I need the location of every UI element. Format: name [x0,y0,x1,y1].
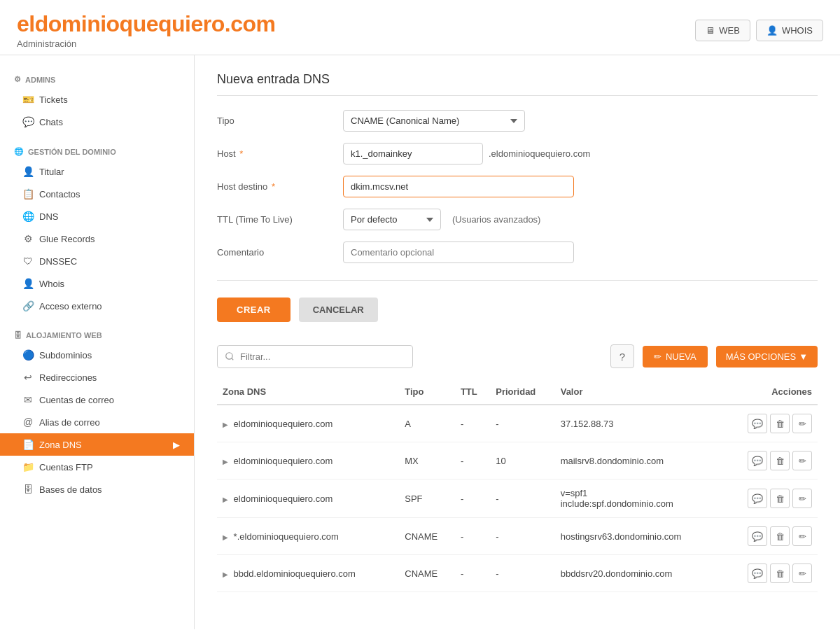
edit-action-button[interactable]: ✏ [792,526,812,546]
cell-ttl: - [455,518,490,555]
sidebar-item-whois[interactable]: 👤 Whois [0,272,194,295]
sidebar-item-label: Subdominios [39,350,92,360]
gestion-section-icon: 🌐 [14,147,24,156]
tickets-icon: 🎫 [22,94,34,105]
cell-tipo: SPF [399,479,455,518]
bases-datos-icon: 🗄 [22,484,34,495]
glue-records-icon: ⚙ [22,233,34,244]
sidebar-item-tickets[interactable]: 🎫 Tickets [0,88,194,111]
cancelar-button[interactable]: CANCELAR [299,298,378,322]
sidebar-item-label: Alias de correo [39,417,100,428]
expand-arrow-icon[interactable]: ▶ [223,496,228,503]
web-button[interactable]: 🖥 WEB [695,20,750,41]
sidebar-item-label: Tickets [39,94,68,105]
cell-acciones: 💬 🗑 ✏ [722,479,818,518]
table-row: ▶ eldominioquequiero.com SPF - - v=spf1i… [217,479,818,518]
help-button[interactable]: ? [610,344,634,368]
expand-arrow-icon[interactable]: ▶ [223,421,228,428]
sidebar-item-dnssec[interactable]: 🛡 DNSSEC [0,250,194,272]
table-row: ▶ eldominioquequiero.com A - - 37.152.88… [217,405,818,442]
sidebar-item-dns[interactable]: 🌐 DNS [0,205,194,227]
sidebar-item-label: Bases de datos [39,484,102,495]
cell-zona: ▶ eldominioquequiero.com [217,479,399,518]
whois-button[interactable]: 👤 WHOIS [756,20,823,41]
sidebar-item-cuentas-ftp[interactable]: 📁 Cuentas FTP [0,456,194,478]
delete-action-button[interactable]: 🗑 [770,414,790,433]
comment-action-button[interactable]: 💬 [748,564,767,583]
dns-toolbar: ? ✏ NUEVA MÁS OPCIONES ▼ [217,344,818,368]
sidebar-item-zona-dns[interactable]: 📄 Zona DNS ▶ [0,433,194,456]
host-destino-input[interactable] [343,176,574,197]
cell-tipo: CNAME [399,555,455,592]
delete-action-button[interactable]: 🗑 [770,526,790,546]
sidebar-item-cuentas-correo[interactable]: ✉ Cuentas de correo [0,388,194,411]
sidebar-item-acceso-externo[interactable]: 🔗 Acceso externo [0,295,194,317]
sidebar-item-contactos[interactable]: 📋 Contactos [0,183,194,205]
edit-action-button[interactable]: ✏ [792,564,812,583]
nueva-button[interactable]: ✏ NUEVA [643,346,708,368]
crear-button[interactable]: CREAR [217,298,290,322]
sidebar-item-label: Glue Records [39,234,94,244]
cell-prioridad: 10 [490,442,554,479]
main-content: Nueva entrada DNS Tipo AAAAACNAME (Canon… [195,55,840,629]
edit-action-button[interactable]: ✏ [792,414,812,433]
sidebar-item-label: Zona DNS [39,440,82,450]
expand-arrow-icon[interactable]: ▶ [223,458,228,465]
sidebar-item-subdominios[interactable]: 🔵 Subdominios [0,344,194,366]
host-input[interactable] [343,143,483,164]
cell-valor: hostingsrv63.dondominio.com [555,518,722,555]
tipo-control: AAAAACNAME (Canonical Name)MXTXTSPFNSSRV [343,110,818,132]
whois-sidebar-icon: 👤 [22,278,34,289]
sidebar-section-admins: ⚙ ADMINS [0,66,194,88]
sidebar-item-glue-records[interactable]: ⚙ Glue Records [0,227,194,250]
delete-action-button[interactable]: 🗑 [770,564,790,583]
ttl-select[interactable]: Por defecto [343,209,441,230]
comment-action-button[interactable]: 💬 [748,451,767,470]
dns-form-section: Nueva entrada DNS Tipo AAAAACNAME (Canon… [217,72,818,322]
page-header: eldominioquequiero.com Administración 🖥 … [0,0,840,55]
tipo-select[interactable]: AAAAACNAME (Canonical Name)MXTXTSPFNSSRV [343,110,525,132]
col-acciones: Acciones [722,379,818,405]
cell-ttl: - [455,405,490,442]
edit-action-button[interactable]: ✏ [792,489,812,508]
table-row: ▶ *.eldominioquequiero.com CNAME - - hos… [217,518,818,555]
sidebar-item-bases-datos[interactable]: 🗄 Bases de datos [0,478,194,500]
sidebar-section-alojamiento: 🗄 ALOJAMIENTO WEB [0,323,194,344]
comment-action-button[interactable]: 💬 [748,489,767,508]
sidebar-item-redirecciones[interactable]: ↩ Redirecciones [0,366,194,388]
cell-valor: bbddsrv20.dondominio.com [555,555,722,592]
comment-action-button[interactable]: 💬 [748,414,767,433]
edit-action-button[interactable]: ✏ [792,451,812,470]
dns-table: Zona DNS Tipo TTL Prioridad Valor Accion… [217,379,818,592]
mas-opciones-button[interactable]: MÁS OPCIONES ▼ [716,346,818,368]
table-body: ▶ eldominioquequiero.com A - - 37.152.88… [217,405,818,592]
sidebar-item-label: Acceso externo [39,301,102,312]
sidebar-item-label: DNSSEC [39,256,77,267]
comentario-input[interactable] [343,241,574,263]
sidebar-item-titular[interactable]: 👤 Titular [0,160,194,183]
expand-arrow-icon[interactable]: ▶ [223,533,228,541]
sidebar-item-label: Whois [39,279,64,289]
contactos-icon: 📋 [22,188,34,200]
cell-zona: ▶ eldominioquequiero.com [217,405,399,442]
sidebar-item-chats[interactable]: 💬 Chats [0,111,194,133]
cell-acciones: 💬 🗑 ✏ [722,518,818,555]
dns-icon: 🌐 [22,211,34,222]
cell-prioridad: - [490,479,554,518]
col-tipo: Tipo [399,379,455,405]
delete-action-button[interactable]: 🗑 [770,451,790,470]
ftp-icon: 📁 [22,461,34,472]
cell-acciones: 💬 🗑 ✏ [722,405,818,442]
delete-action-button[interactable]: 🗑 [770,489,790,508]
comment-action-button[interactable]: 💬 [748,526,767,546]
admins-section-icon: ⚙ [14,75,21,84]
admin-subtitle: Administración [17,38,275,49]
sidebar-item-alias-correo[interactable]: @ Alias de correo [0,411,194,433]
table-row: ▶ eldominioquequiero.com MX - 10 mailsrv… [217,442,818,479]
table-header-row: Zona DNS Tipo TTL Prioridad Valor Accion… [217,379,818,405]
filter-input[interactable] [217,345,413,368]
mas-opciones-label: MÁS OPCIONES [726,351,796,362]
expand-arrow-icon[interactable]: ▶ [223,570,228,578]
titular-icon: 👤 [22,166,34,177]
host-destino-label: Host destino * [217,181,343,192]
